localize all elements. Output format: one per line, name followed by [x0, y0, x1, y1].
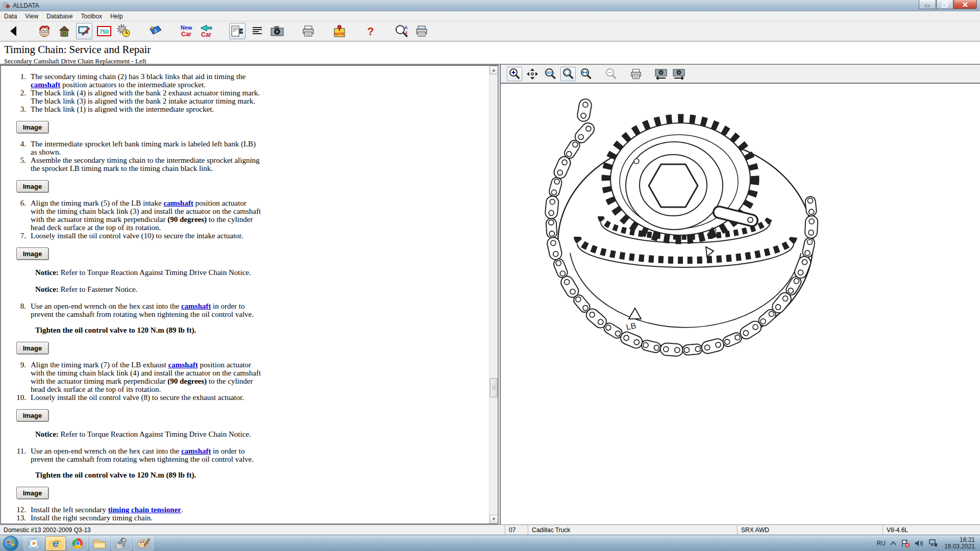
- taskbar-paint-button[interactable]: [133, 536, 154, 550]
- menu-view[interactable]: View: [21, 12, 42, 21]
- inline-link[interactable]: camshaft: [181, 302, 211, 310]
- inline-link[interactable]: camshaft: [168, 361, 198, 369]
- assist-button[interactable]: [36, 23, 53, 39]
- text-only-view-icon: [251, 25, 263, 37]
- chain-link: [546, 218, 557, 238]
- procedure-step: 5.Assemble the secondary timing chain to…: [1, 156, 489, 172]
- svg-text:Car: Car: [181, 31, 191, 38]
- page-subtitle: Secondary Camshaft Drive Chain Replaceme…: [4, 57, 980, 65]
- image-button[interactable]: Image: [16, 342, 48, 354]
- app-icon: [3, 2, 10, 9]
- scroll-up-arrow[interactable]: ▲: [489, 66, 498, 74]
- step-text: The black link (1) is aligned with the i…: [31, 105, 261, 113]
- status-model: SRX AWD: [738, 525, 883, 535]
- scroll-down-arrow[interactable]: ▼: [489, 515, 498, 523]
- start-button[interactable]: [3, 536, 18, 551]
- taskbar-tools-app-button[interactable]: [111, 536, 132, 550]
- svg-text:A: A: [404, 25, 408, 30]
- chain-link: [804, 215, 818, 238]
- print-button[interactable]: [300, 23, 316, 39]
- text-only-view-button[interactable]: [249, 23, 265, 39]
- back-button[interactable]: [5, 23, 21, 39]
- menu-toolbox[interactable]: Toolbox: [77, 12, 106, 21]
- show-hidden-icons[interactable]: [890, 541, 896, 545]
- notice-text: Notice: Refer to Fastener Notice.: [35, 285, 266, 293]
- back-icon: [8, 25, 19, 37]
- previous-car-button[interactable]: Car: [198, 23, 214, 39]
- taskbar-file-explorer-button[interactable]: [89, 536, 110, 550]
- graphics-tools-button[interactable]: [76, 23, 92, 39]
- print-article-button[interactable]: [413, 23, 430, 39]
- image-view-button[interactable]: [269, 23, 285, 39]
- step-text: Use an open-end wrench on the hex cast i…: [31, 302, 261, 318]
- taskbar-chrome-button[interactable]: [67, 536, 88, 550]
- restore-button[interactable]: [936, 0, 953, 9]
- status-engine: V8-4.6L: [883, 525, 980, 535]
- chain-link: [552, 155, 573, 180]
- step-number: 13.: [1, 514, 31, 522]
- camera-right-icon: [672, 67, 685, 81]
- year-750-button[interactable]: 750: [96, 23, 112, 39]
- send-button[interactable]: [147, 23, 163, 39]
- notes-button[interactable]: NOTE: [331, 23, 348, 39]
- menu-data[interactable]: Data: [0, 12, 21, 21]
- title-bar[interactable]: ALLDATA: [0, 0, 980, 11]
- zoom-fit-icon: [562, 68, 574, 80]
- pan-button[interactable]: [525, 67, 540, 81]
- minimize-icon: [924, 2, 930, 7]
- image-button[interactable]: Image: [16, 247, 48, 260]
- step-number: 1.: [1, 72, 31, 89]
- print-image-button[interactable]: [628, 67, 644, 81]
- zoom-100-button[interactable]: 100%: [543, 67, 558, 81]
- procedure-step: 3.The black link (1) is aligned with the…: [1, 105, 489, 113]
- tray-date: 19.03.2021: [944, 543, 975, 550]
- zoom-out-button[interactable]: [603, 67, 619, 81]
- inline-link[interactable]: timing chain tensioner: [108, 506, 181, 514]
- pan-icon: [526, 68, 538, 80]
- svg-text:750: 750: [100, 29, 109, 35]
- status-bar: Domestic #13 2002-2009 Q3-13 07 Cadillac…: [0, 524, 980, 535]
- tray-time: 16:21: [944, 537, 975, 543]
- procedure-step: 2.The black link (4) is aligned with the…: [1, 89, 489, 105]
- vertical-scrollbar[interactable]: ▲ ▼: [489, 66, 498, 523]
- network-icon[interactable]: [928, 539, 938, 547]
- taskbar-internet-explorer-button[interactable]: e: [45, 536, 66, 550]
- action-center-flag-icon[interactable]: [901, 539, 910, 547]
- image-button[interactable]: Image: [16, 487, 48, 499]
- search-az-button[interactable]: A z: [394, 23, 410, 39]
- scrollbar-thumb[interactable]: [490, 378, 498, 397]
- taskbar-media-player-button[interactable]: [23, 536, 44, 550]
- illustration-area[interactable]: RB LB: [501, 85, 980, 524]
- inline-link[interactable]: camshaft: [181, 447, 211, 455]
- image-button[interactable]: Image: [16, 409, 48, 421]
- help-button[interactable]: ?: [362, 23, 379, 39]
- inline-link[interactable]: camshaft: [163, 199, 193, 207]
- language-indicator[interactable]: RU: [877, 540, 886, 547]
- previous-image-button[interactable]: [653, 67, 669, 81]
- zoom-width-button[interactable]: [578, 67, 594, 81]
- minimize-button[interactable]: [919, 0, 936, 9]
- new-car-button[interactable]: New Car: [178, 23, 194, 39]
- image-button[interactable]: Image: [16, 180, 48, 192]
- bold-text: Notice:: [35, 285, 59, 293]
- article-view-button[interactable]: [229, 23, 246, 39]
- maintenance-button[interactable]: [116, 23, 132, 39]
- svg-text:NOTE: NOTE: [334, 32, 345, 36]
- image-button[interactable]: Image: [16, 121, 48, 133]
- zoom-in-button[interactable]: [507, 67, 522, 81]
- menu-database[interactable]: Database: [42, 12, 77, 21]
- volume-icon[interactable]: [915, 540, 924, 547]
- chain-link: [682, 344, 703, 356]
- next-image-button[interactable]: [671, 67, 687, 81]
- clock[interactable]: 16:21 19.03.2021: [942, 537, 975, 550]
- inline-link[interactable]: camshaft: [31, 81, 60, 89]
- torque-spec: Tighten the oil control valve to 120 N.m…: [35, 326, 266, 334]
- assist-face-icon: [37, 24, 52, 38]
- windows-logo-icon: [6, 539, 15, 548]
- paint-icon: [137, 537, 150, 549]
- menu-help[interactable]: Help: [106, 12, 127, 21]
- close-button[interactable]: [953, 0, 977, 9]
- zoom-fit-button[interactable]: [560, 67, 576, 81]
- home-button[interactable]: [56, 23, 72, 39]
- bold-text: Notice:: [35, 430, 59, 438]
